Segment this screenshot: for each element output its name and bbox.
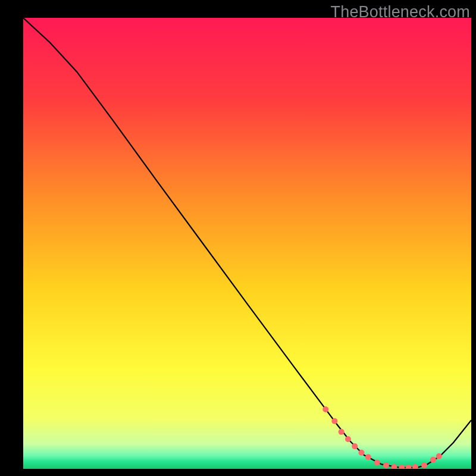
marker-dot: [436, 453, 442, 459]
marker-dot: [421, 462, 427, 468]
marker-dot: [352, 443, 358, 449]
chart-svg: [23, 18, 471, 469]
marker-dot: [331, 418, 337, 424]
marker-dot: [365, 454, 371, 460]
marker-dot: [430, 457, 436, 463]
marker-dot: [359, 450, 365, 456]
gradient-background: [23, 18, 471, 469]
marker-dot: [322, 406, 328, 412]
marker-dot: [345, 436, 351, 442]
marker-dot: [383, 462, 389, 468]
watermark-text: TheBottleneck.com: [330, 3, 470, 21]
chart-frame: [23, 18, 471, 469]
marker-dot: [339, 429, 345, 435]
marker-dot: [374, 459, 380, 465]
